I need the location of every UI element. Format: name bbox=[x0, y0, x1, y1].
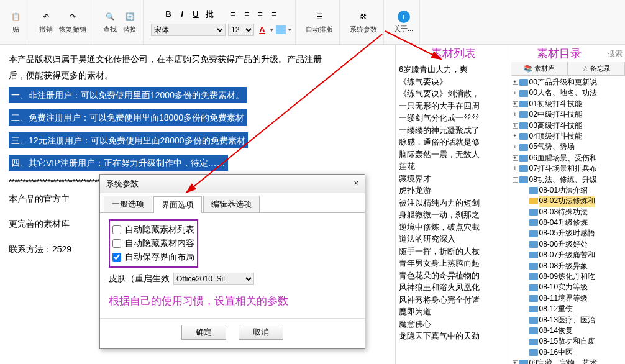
highlight-button[interactable] bbox=[276, 25, 286, 34]
expand-icon[interactable]: + bbox=[513, 80, 518, 85]
skin-select[interactable]: Office2010_Sil bbox=[173, 273, 254, 285]
tree-node[interactable]: 08-12重伤 bbox=[513, 304, 626, 314]
replace-button[interactable]: 🔄 替换 bbox=[121, 9, 139, 35]
tree-node[interactable]: 08-09炼化丹和吃 bbox=[513, 271, 626, 282]
list-item[interactable]: 一只无形的大手在四周 bbox=[399, 100, 508, 112]
cancel-button[interactable]: 取消 bbox=[239, 325, 283, 340]
font-select[interactable]: 宋体 bbox=[151, 24, 226, 36]
list-item[interactable]: 虎扑龙游 bbox=[399, 184, 508, 197]
tree-node[interactable]: +04顶级打斗技能 bbox=[513, 131, 626, 142]
tab-editor[interactable]: 编辑器选项 bbox=[203, 196, 260, 212]
list-item[interactable]: 道法的研究深入 bbox=[399, 233, 508, 245]
list-item[interactable]: 《练气要诀》 bbox=[399, 76, 508, 88]
list-item[interactable]: 藏境界才 bbox=[399, 173, 508, 185]
strike-button[interactable]: 批 bbox=[204, 9, 215, 20]
align-left-button[interactable]: ≡ bbox=[227, 9, 239, 20]
tree-node[interactable]: 08-06升级好处 bbox=[513, 239, 626, 250]
list-item[interactable]: 《练气要诀》剑消散， bbox=[399, 88, 508, 100]
material-list[interactable]: 6岁滕青山大力，爽《练气要诀》《练气要诀》剑消散，一只无形的大手在四周一缕剑气分… bbox=[396, 62, 511, 364]
expand-icon[interactable]: + bbox=[513, 155, 518, 161]
about-button[interactable]: i 关于... bbox=[391, 9, 416, 35]
tree-node[interactable]: 08-05升级时感悟 bbox=[513, 228, 626, 239]
expand-icon[interactable]: + bbox=[513, 134, 518, 139]
list-item[interactable]: 莲花 bbox=[399, 160, 508, 173]
search-hint[interactable]: 搜索 bbox=[608, 48, 625, 59]
align-justify-button[interactable]: ≡ bbox=[268, 9, 280, 20]
list-item[interactable]: 6岁滕青山大力，爽 bbox=[399, 63, 508, 76]
list-item[interactable]: 脑际轰然一震，无数人 bbox=[399, 148, 508, 161]
expand-icon[interactable]: + bbox=[513, 101, 518, 107]
system-params-button[interactable]: 🛠 系统参数 bbox=[347, 9, 380, 35]
tree-node[interactable]: +02中级打斗技能 bbox=[513, 109, 626, 120]
tree-label: 02中级打斗技能 bbox=[529, 109, 582, 120]
tree-node[interactable]: +06血腥场景、受伤和 bbox=[513, 153, 626, 163]
tree-node[interactable]: 08-07升级痛苦和 bbox=[513, 250, 626, 260]
list-item[interactable]: 被注以精纯内力的短剑 bbox=[399, 197, 508, 209]
expand-icon[interactable]: - bbox=[513, 177, 518, 183]
tree-node[interactable]: 08-02功法修炼和 bbox=[513, 196, 626, 206]
tree-node[interactable]: 08-04升级修炼 bbox=[513, 217, 626, 228]
tree-node[interactable]: 08-08升级异象 bbox=[513, 261, 626, 271]
tab-general[interactable]: 一般选项 bbox=[104, 196, 152, 212]
tree-node[interactable]: +09宝藏、宝物、艺术 bbox=[513, 358, 626, 364]
expand-icon[interactable]: + bbox=[513, 112, 518, 117]
tree-node[interactable]: 08-01功法介绍 bbox=[513, 185, 626, 196]
tab-library[interactable]: 📚素材库 bbox=[511, 62, 568, 75]
tree-node[interactable]: +05气势、势场 bbox=[513, 142, 626, 152]
size-select[interactable]: 12 bbox=[228, 24, 254, 36]
material-tree[interactable]: +00产品升级和更新说+00人名、地名、功法+01初级打斗技能+02中级打斗技能… bbox=[511, 76, 626, 364]
list-item[interactable]: 青色花朵的奇异植物的 bbox=[399, 270, 508, 282]
material-tree-panel: 素材目录 搜索 📚素材库 ☆备忘录 +00产品升级和更新说+00人名、地名、功法… bbox=[511, 45, 626, 364]
bold-button[interactable]: B bbox=[163, 9, 174, 20]
tree-node[interactable]: 08-16中医 bbox=[513, 347, 626, 358]
tree-node[interactable]: 08-10实力等级 bbox=[513, 282, 626, 293]
tree-node[interactable]: 08-13医疗、医治 bbox=[513, 315, 626, 325]
redo-button[interactable]: ↷ 恢复撤销 bbox=[57, 9, 89, 35]
underline-button[interactable]: U bbox=[190, 9, 201, 20]
tree-node[interactable]: +07打斗场景和排兵布 bbox=[513, 163, 626, 174]
list-item[interactable]: 风神狼王和浴火凤凰化 bbox=[399, 281, 508, 294]
expand-icon[interactable]: + bbox=[513, 166, 518, 171]
expand-icon[interactable]: + bbox=[513, 91, 518, 96]
list-item[interactable]: 逆境中修炼，破点穴截 bbox=[399, 221, 508, 234]
expand-icon[interactable]: + bbox=[513, 360, 518, 364]
tree-node[interactable]: 08-03特殊功法 bbox=[513, 207, 626, 217]
list-item[interactable]: 随手一挥，折断的大枝 bbox=[399, 245, 508, 258]
paste-button[interactable]: 📋 贴 bbox=[6, 9, 25, 35]
list-item[interactable]: 一缕缕的神元凝聚成了 bbox=[399, 124, 508, 137]
italic-button[interactable]: I bbox=[176, 9, 188, 20]
tree-node[interactable]: 08-14恢复 bbox=[513, 325, 626, 336]
tree-node[interactable]: -08功法、修练、升级 bbox=[513, 175, 626, 185]
folder-icon bbox=[529, 198, 538, 204]
tree-node[interactable]: +00产品升级和更新说 bbox=[513, 77, 626, 88]
find-button[interactable]: 🔍 查找 bbox=[101, 9, 119, 35]
expand-icon[interactable]: + bbox=[513, 123, 518, 129]
undo-button[interactable]: ↶ 撤销 bbox=[37, 9, 55, 35]
chk-save-layout[interactable] bbox=[112, 253, 121, 262]
font-color-button[interactable]: A bbox=[257, 24, 268, 35]
tree-node[interactable]: 08-15散功和自废 bbox=[513, 336, 626, 347]
chk-hide-content[interactable] bbox=[112, 239, 121, 248]
tree-node[interactable]: +00人名、地名、功法 bbox=[513, 88, 626, 98]
tab-memo[interactable]: ☆备忘录 bbox=[568, 62, 625, 75]
tab-ui[interactable]: 界面选项 bbox=[153, 196, 202, 213]
auto-layout-button[interactable]: ☰ 自动排版 bbox=[303, 9, 335, 35]
close-icon[interactable]: × bbox=[354, 178, 358, 189]
expand-icon[interactable]: + bbox=[513, 145, 518, 150]
align-right-button[interactable]: ≡ bbox=[255, 9, 266, 20]
list-item[interactable]: 龙隐天下真气中的天劲 bbox=[399, 330, 508, 342]
chk-hide-list[interactable] bbox=[112, 225, 121, 234]
list-item[interactable]: 一缕剑气分化成一丝丝 bbox=[399, 112, 508, 124]
list-item[interactable]: 魔即为道 bbox=[399, 306, 508, 318]
tree-node[interactable]: +03高级打斗技能 bbox=[513, 121, 626, 131]
list-item[interactable]: 魔意佛心 bbox=[399, 318, 508, 330]
list-item[interactable]: 风神秀将身心完全付诸 bbox=[399, 294, 508, 306]
list-item[interactable]: 青年男女身上蒸腾而起 bbox=[399, 257, 508, 270]
tree-node[interactable]: +01初级打斗技能 bbox=[513, 99, 626, 109]
ok-button[interactable]: 确定 bbox=[181, 325, 226, 340]
tree-label: 08-16中医 bbox=[539, 347, 573, 358]
list-item[interactable]: 身躯微微一动，刹那之 bbox=[399, 209, 508, 221]
tree-node[interactable]: 08-11境界等级 bbox=[513, 293, 626, 304]
list-item[interactable]: 脉感，通俗的话就是修 bbox=[399, 136, 508, 148]
align-center-button[interactable]: ≡ bbox=[241, 9, 252, 20]
